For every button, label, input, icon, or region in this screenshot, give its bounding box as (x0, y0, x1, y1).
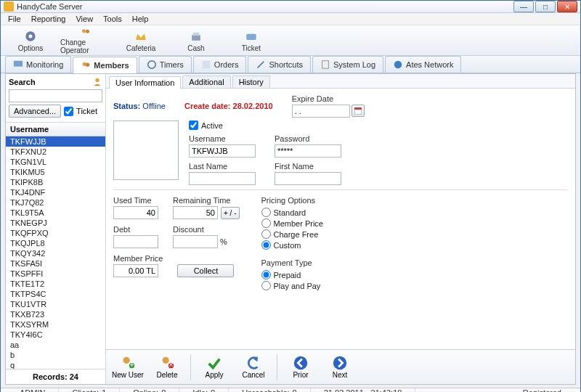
toolbar-options[interactable]: Options (5, 27, 56, 54)
undo-icon (245, 355, 261, 371)
tab-timers[interactable]: Timers (139, 56, 192, 73)
list-item[interactable]: TKU1VTR (6, 299, 105, 309)
pricing-member-price-radio[interactable] (261, 219, 271, 228)
prior-button[interactable]: Prior (285, 355, 317, 379)
pricing-custom-radio[interactable] (261, 240, 271, 250)
list-item[interactable]: TKQJPL8 (6, 238, 105, 248)
cancel-button[interactable]: Cancel (237, 355, 269, 379)
list-item[interactable]: TKSFA5I (6, 258, 105, 269)
subtab-additional[interactable]: Additional (182, 75, 230, 88)
action-bar: +New User ×Delete Apply Cancel Prior Nex… (106, 349, 575, 384)
tab-ates-network[interactable]: Ates Network (385, 56, 461, 73)
list-item[interactable]: TKNEGPJ (6, 218, 105, 228)
svg-rect-16 (354, 107, 362, 110)
status-bar: ADMIN Clients:1 Online:0 Idle:0 Unreacha… (1, 388, 580, 392)
username-input[interactable] (189, 144, 256, 158)
svg-rect-4 (192, 35, 200, 41)
username-column-header[interactable]: Username (6, 123, 105, 136)
ticket-checkbox[interactable] (64, 107, 73, 116)
tab-members[interactable]: Members (73, 57, 137, 73)
create-date: Create date: 28.02.2010 (184, 102, 273, 110)
list-item[interactable]: TKIKMU5 (6, 167, 105, 177)
status-clients: Clients:1 (59, 388, 120, 392)
next-button[interactable]: Next (324, 355, 356, 379)
list-item[interactable]: TKGN1VL (6, 157, 105, 167)
status-admin: ADMIN (7, 388, 59, 392)
password-input[interactable] (275, 144, 341, 158)
list-item[interactable]: q (6, 360, 105, 369)
last-name-input[interactable] (189, 172, 256, 185)
list-item[interactable]: TKXB723 (6, 309, 105, 319)
ticket-icon (244, 29, 259, 44)
toolbar-change-operator[interactable]: Change Operator (60, 27, 111, 54)
close-button[interactable]: ✕ (557, 1, 577, 12)
plus-minus-button[interactable]: + / - (221, 207, 240, 219)
delete-button[interactable]: ×Delete (151, 355, 183, 379)
list-item[interactable]: TKIPK8B (6, 177, 105, 187)
calendar-button[interactable] (352, 105, 365, 117)
clock-icon (147, 60, 157, 70)
list-item[interactable]: TKJ7Q82 (6, 197, 105, 208)
list-item[interactable]: TKSPFFI (6, 269, 105, 279)
tab-shortcuts[interactable]: Shortcuts (248, 56, 310, 73)
list-item[interactable]: TKJ4DNF (6, 187, 105, 197)
menubar: File Reporting View Tools Help (1, 13, 580, 25)
toolbar-ticket[interactable]: Ticket (226, 27, 277, 54)
new-user-button[interactable]: +New User (112, 355, 144, 379)
apply-button[interactable]: Apply (198, 355, 230, 379)
advanced-button[interactable]: Advanced... (9, 105, 61, 118)
subtab-user-information[interactable]: User Information (109, 76, 181, 89)
collect-button[interactable]: Collect (177, 264, 234, 277)
minimize-button[interactable]: — (513, 1, 534, 12)
users-icon (78, 27, 93, 38)
list-item[interactable]: TKFWJJB (6, 136, 105, 147)
svg-point-14 (95, 78, 99, 82)
tab-orders[interactable]: Orders (193, 56, 247, 73)
status-unreachable: Unreachable:0 (229, 388, 311, 392)
list-item[interactable]: aa (6, 340, 105, 350)
menu-file[interactable]: File (4, 13, 25, 25)
remaining-time-input[interactable] (173, 206, 218, 219)
tab-system-log[interactable]: System Log (312, 56, 383, 73)
menu-reporting[interactable]: Reporting (27, 13, 70, 25)
list-item[interactable]: b (6, 350, 105, 360)
expire-date-input[interactable] (292, 105, 350, 118)
list-item[interactable]: TKTPS4C (6, 289, 105, 299)
titlebar: HandyCafe Server — □ ✕ (1, 1, 580, 13)
pricing-standard-radio[interactable] (261, 208, 271, 217)
user-list-items[interactable]: TKFWJJBTKFXNU2TKGN1VLTKIKMU5TKIPK8BTKJ4D… (6, 136, 105, 369)
pricing-charge-free-radio[interactable] (261, 229, 271, 239)
list-item[interactable]: TKXSYRM (6, 319, 105, 330)
menu-tools[interactable]: Tools (99, 13, 126, 25)
active-checkbox[interactable] (189, 121, 198, 130)
first-name-input[interactable] (275, 172, 341, 185)
list-item[interactable]: TKY4I6C (6, 330, 105, 340)
toolbar-cash[interactable]: Cash (171, 27, 222, 54)
svg-rect-5 (193, 33, 199, 36)
used-time-input[interactable] (113, 206, 158, 219)
svg-point-20 (163, 357, 169, 364)
toolbar-cafeteria[interactable]: Cafeteria (115, 27, 166, 54)
debt-label: Debt (113, 225, 158, 234)
menu-help[interactable]: Help (128, 13, 153, 25)
payment-prepaid-radio[interactable] (261, 270, 271, 279)
search-input[interactable] (9, 89, 102, 102)
app-icon (4, 1, 14, 12)
list-item[interactable]: TKL9T5A (6, 208, 105, 218)
maximize-button[interactable]: □ (535, 1, 556, 12)
list-item[interactable]: TKFXNU2 (6, 147, 105, 157)
list-item[interactable]: TKQFPXQ (6, 228, 105, 238)
tab-monitoring[interactable]: Monitoring (5, 56, 71, 73)
discount-input[interactable] (173, 235, 218, 248)
member-photo[interactable] (113, 121, 179, 180)
debt-input[interactable] (113, 235, 158, 248)
subtab-history[interactable]: History (232, 75, 270, 88)
menu-view[interactable]: View (71, 13, 97, 25)
list-item[interactable]: TKQY342 (6, 248, 105, 258)
svg-rect-11 (203, 61, 211, 69)
status-registered: Registered (510, 388, 574, 392)
used-time-label: Used Time (113, 196, 158, 205)
member-price-input[interactable] (113, 264, 158, 277)
list-item[interactable]: TKTE1T2 (6, 279, 105, 289)
payment-play-pay-radio[interactable] (261, 281, 271, 290)
